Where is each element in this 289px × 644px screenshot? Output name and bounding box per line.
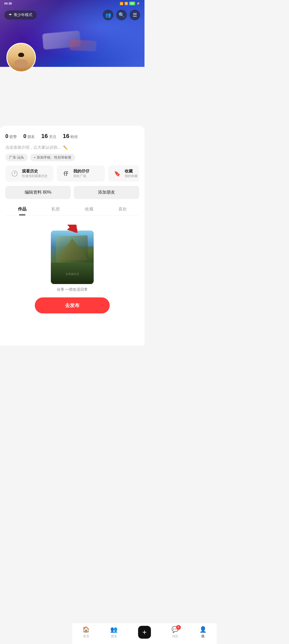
tab-collections-label: 收藏: [85, 207, 93, 211]
post-image: 分享真生活: [51, 231, 94, 284]
shortcut-bookmark-title: 收藏: [125, 169, 138, 174]
bio-row[interactable]: 点击添加介绍，让大家认识你... ✏️: [5, 144, 139, 151]
following-label: 关注: [49, 135, 56, 139]
umbrella-icon: ☂: [9, 13, 12, 17]
friends-label: 朋友: [27, 135, 35, 139]
menu-button[interactable]: ☰: [130, 10, 140, 20]
stats-row: 0 获赞 0 朋友 16 关注 16 粉丝: [5, 130, 139, 144]
header-actions: 👥 🔍 ☰: [103, 10, 140, 20]
tab-works-label: 作品: [18, 207, 26, 211]
bookmark-glyph: 🔖: [114, 170, 121, 177]
post-card[interactable]: 分享真生活: [51, 231, 94, 284]
shortcut-history-text: 观看历史 快速找到观看历史: [22, 169, 48, 178]
status-right: 📶 🛜 69 ⚡: [120, 2, 140, 5]
likes-label: 获赞: [9, 135, 17, 139]
shortcut-friends-square[interactable]: 仔 我的仔仔 朋友广场: [57, 166, 105, 182]
bookmark-icon: 🔖: [112, 169, 122, 178]
shortcut-history[interactable]: 🕐 观看历史 快速找到观看历史: [5, 166, 54, 182]
add-tags-button[interactable]: + 添加学校、性别等标签: [30, 154, 75, 161]
stat-friends[interactable]: 0 朋友: [23, 133, 35, 139]
search-icon: 🔍: [119, 12, 124, 18]
shortcut-bookmark[interactable]: 🔖 收藏 我的收藏: [108, 166, 139, 182]
clock-icon: 🕐: [11, 170, 18, 177]
shortcut-bookmark-text: 收藏 我的收藏: [125, 169, 138, 178]
status-bar: 04:38 📶 🛜 69 ⚡: [0, 0, 144, 7]
menu-icon: ☰: [133, 12, 137, 18]
status-time: 04:38: [4, 2, 12, 5]
tab-works[interactable]: 作品: [5, 203, 39, 215]
profile-content: 0 获赞 0 朋友 16 关注 16 粉丝 点击添加介绍，让大家认识你... ✏…: [0, 126, 144, 220]
history-icon: 🕐: [10, 169, 19, 178]
content-area: 分享真生活 分享 一些生活日常 去发布: [0, 220, 144, 346]
edit-profile-button[interactable]: 编辑资料 80%: [5, 186, 71, 199]
add-friend-button[interactable]: 添加朋友: [74, 186, 139, 199]
tab-collections[interactable]: 收藏: [72, 203, 106, 215]
stat-following[interactable]: 16 关注: [41, 133, 56, 140]
lightning-icon: ⚡: [136, 2, 140, 5]
stat-followers[interactable]: 16 粉丝: [63, 133, 78, 140]
dog-nose: [18, 53, 24, 57]
edit-bio-icon: ✏️: [63, 145, 68, 150]
tab-likes[interactable]: 喜欢: [106, 203, 139, 215]
followers-label: 粉丝: [70, 135, 78, 139]
location-tag[interactable]: 广东·汕头: [5, 154, 28, 161]
shortcut-history-subtitle: 快速找到观看历史: [22, 174, 48, 178]
post-text-overlay: 分享真生活: [51, 272, 94, 276]
shortcut-zizi-title: 我的仔仔: [73, 169, 89, 174]
page-wrapper: 04:38 📶 🛜 69 ⚡ ☂ 青少年模式 👥 🔍 ☰: [0, 0, 144, 346]
tab-private[interactable]: 私密: [39, 203, 72, 215]
battery-icon: 69: [129, 2, 135, 5]
tab-private-label: 私密: [51, 207, 60, 211]
search-button[interactable]: 🔍: [116, 10, 127, 20]
bio-placeholder: 点击添加介绍，让大家认识你...: [5, 145, 61, 150]
shortcuts-row: 🕐 观看历史 快速找到观看历史 仔 我的仔仔 朋友广场 🔖: [5, 166, 139, 182]
tabs-row: 作品 私密 收藏 喜欢: [5, 203, 139, 216]
friends-icon: 👥: [105, 12, 111, 18]
following-count: 16: [41, 133, 48, 140]
wifi-icon: 🛜: [124, 2, 128, 5]
tab-likes-label: 喜欢: [118, 207, 127, 211]
post-overlay-text: 分享真生活: [66, 273, 79, 275]
tags-row: 广东·汕头 + 添加学校、性别等标签: [5, 154, 139, 161]
brush-decoration-2: [69, 39, 97, 51]
followers-count: 16: [63, 133, 69, 140]
likes-count: 0: [5, 133, 8, 139]
signal-icon: 📶: [120, 2, 123, 5]
friends-square-icon: 仔: [61, 169, 71, 178]
content-description: 分享 一些生活日常: [57, 287, 88, 292]
shortcut-bookmark-subtitle: 我的收藏: [125, 174, 138, 178]
zizi-icon: 仔: [63, 170, 68, 177]
publish-button[interactable]: 去发布: [35, 297, 110, 313]
friends-count: 0: [23, 133, 26, 139]
youth-mode-label: 青少年模式: [14, 13, 32, 17]
action-buttons: 编辑资料 80% 添加朋友: [5, 186, 139, 199]
avatar[interactable]: [6, 43, 36, 72]
shortcut-zizi-subtitle: 朋友广场: [73, 174, 89, 178]
shortcut-zizi-text: 我的仔仔 朋友广场: [73, 169, 89, 178]
friends-button[interactable]: 👥: [103, 10, 113, 20]
avatar-image: [7, 44, 35, 71]
shortcut-history-title: 观看历史: [22, 169, 48, 174]
stat-likes[interactable]: 0 获赞: [5, 133, 17, 139]
youth-mode-button[interactable]: ☂ 青少年模式: [4, 10, 37, 20]
